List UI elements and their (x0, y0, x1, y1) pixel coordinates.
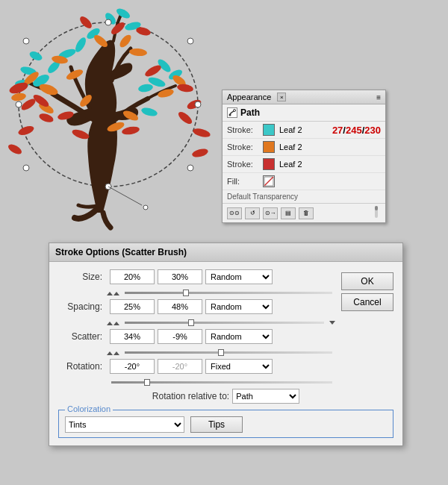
stroke-label-3: Stroke: (227, 160, 258, 169)
svg-point-46 (17, 125, 35, 137)
rotation-relative-label: Rotation relative to: (152, 391, 229, 401)
appearance-toolbar: ⊙⊙ ↺ ⊙→ ▤ 🗑 (223, 204, 385, 222)
rotation-row: Rotation: FixedRandom (58, 359, 335, 374)
svg-point-34 (71, 128, 90, 141)
stroke-name-1: Leaf 2 (279, 125, 328, 134)
spacing-input-2[interactable] (158, 299, 202, 314)
svg-point-48 (191, 147, 209, 158)
svg-point-41 (121, 125, 140, 136)
stroke-swatch-1[interactable] (263, 124, 275, 136)
svg-point-59 (229, 114, 231, 116)
ok-button[interactable]: OK (341, 272, 393, 290)
svg-point-42 (38, 112, 55, 124)
svg-point-58 (143, 205, 148, 210)
default-transparency: Default Transparency (223, 190, 385, 204)
rotation-relative-row: Rotation relative to: PathPage (58, 389, 393, 404)
svg-point-44 (78, 14, 93, 30)
rotation-label: Rotation: (58, 361, 107, 372)
stroke-values-1: 27/245/230 (332, 125, 381, 136)
colorization-group: Colorization TintsTints and ShadesHue Sh… (58, 410, 393, 438)
scatter-row: Scatter: RandomFixed (58, 329, 335, 344)
size-slider-arrows (107, 289, 335, 296)
rotation-input-1[interactable] (110, 359, 155, 374)
fill-label: Fill: (227, 177, 258, 186)
size-label: Size: (58, 272, 107, 282)
rotation-input-2[interactable] (158, 359, 202, 374)
fill-row: Fill: (223, 173, 385, 190)
svg-point-49 (105, 19, 111, 25)
toolbar-btn-2[interactable]: ↺ (245, 207, 260, 219)
appearance-title: Appearance (227, 93, 271, 101)
svg-point-56 (187, 165, 193, 171)
colorization-dropdown[interactable]: TintsTints and ShadesHue ShiftNone (65, 416, 184, 433)
toolbar-btn-3[interactable]: ⊙→ (263, 207, 278, 219)
size-input-1[interactable] (110, 269, 155, 284)
rotation-relative-dropdown[interactable]: PathPage (232, 389, 299, 404)
toolbar-btn-5[interactable]: 🗑 (299, 207, 314, 219)
size-row: Size: RandomFixed (58, 269, 335, 284)
svg-point-51 (16, 101, 22, 107)
stroke-name-3: Leaf 2 (279, 160, 381, 169)
size-input-2[interactable] (158, 269, 202, 284)
toolbar-btn-1[interactable]: ⊙⊙ (227, 207, 242, 219)
scroll-indicator (372, 206, 381, 218)
fill-swatch[interactable] (263, 175, 275, 187)
svg-point-54 (187, 38, 193, 44)
svg-point-60 (234, 110, 236, 112)
dialog-title: Stroke Options (Scatter Brush) (55, 247, 187, 257)
path-label: Path (240, 107, 260, 118)
stroke-swatch-3[interactable] (263, 158, 275, 170)
scatter-slider-arrows (107, 348, 335, 356)
svg-point-6 (115, 7, 131, 21)
dialog-buttons: OK Cancel (341, 269, 393, 389)
scatter-dropdown[interactable]: RandomFixed (205, 329, 273, 344)
close-icon[interactable]: × (277, 93, 286, 101)
svg-point-45 (192, 127, 211, 139)
svg-point-30 (10, 92, 26, 101)
val-r: 27 (332, 125, 343, 136)
rotation-dropdown[interactable]: FixedRandom (205, 359, 273, 374)
scatter-label: Scatter: (58, 331, 107, 342)
spacing-slider-arrows (107, 319, 335, 326)
spacing-input-1[interactable] (110, 299, 155, 314)
colorization-legend: Colorization (65, 404, 113, 413)
tips-button[interactable]: Tips (190, 416, 243, 433)
val-b: 230 (364, 125, 381, 136)
appearance-panel: Appearance × ≡ Path Stroke: Leaf 2 27/24… (222, 90, 386, 223)
svg-point-50 (195, 101, 201, 107)
stroke-row-1: Stroke: Leaf 2 27/245/230 (223, 122, 385, 139)
appearance-titlebar: Appearance × ≡ (223, 90, 385, 104)
panel-menu-icon[interactable]: ≡ (376, 93, 381, 101)
svg-point-14 (28, 50, 44, 63)
svg-point-55 (23, 165, 29, 171)
val-g: 245 (346, 125, 362, 136)
svg-rect-64 (375, 206, 378, 210)
scatter-input-2[interactable] (158, 329, 202, 344)
dialog-titlebar: Stroke Options (Scatter Brush) (49, 243, 402, 262)
svg-point-53 (23, 38, 29, 44)
stroke-label-2: Stroke: (227, 143, 258, 151)
spacing-label: Spacing: (58, 301, 107, 312)
svg-point-40 (176, 110, 193, 126)
appearance-path-header: Path (223, 104, 385, 122)
toolbar-btn-4[interactable]: ▤ (281, 207, 296, 219)
stroke-swatch-2[interactable] (263, 141, 275, 153)
stroke-options-dialog: Stroke Options (Scatter Brush) Size: Ran… (49, 242, 403, 446)
stroke-row-3: Stroke: Leaf 2 (223, 156, 385, 173)
stroke-row-2: Stroke: Leaf 2 (223, 139, 385, 156)
tree-illustration (0, 0, 217, 231)
svg-line-57 (108, 187, 142, 205)
cancel-button[interactable]: Cancel (341, 293, 393, 311)
size-dropdown[interactable]: RandomFixed (205, 269, 273, 284)
stroke-label-1: Stroke: (227, 125, 258, 134)
rotation-slider-arrows (107, 378, 335, 386)
svg-point-16 (140, 106, 158, 117)
scatter-input-1[interactable] (110, 329, 155, 344)
colorization-row: TintsTints and ShadesHue ShiftNone Tips (65, 416, 387, 433)
dialog-content: Size: RandomFixed (49, 262, 402, 445)
stroke-name-2: Leaf 2 (279, 143, 381, 151)
svg-point-47 (7, 143, 23, 157)
path-icon (227, 107, 237, 118)
svg-point-11 (137, 83, 153, 93)
spacing-dropdown[interactable]: RandomFixed (205, 299, 273, 314)
